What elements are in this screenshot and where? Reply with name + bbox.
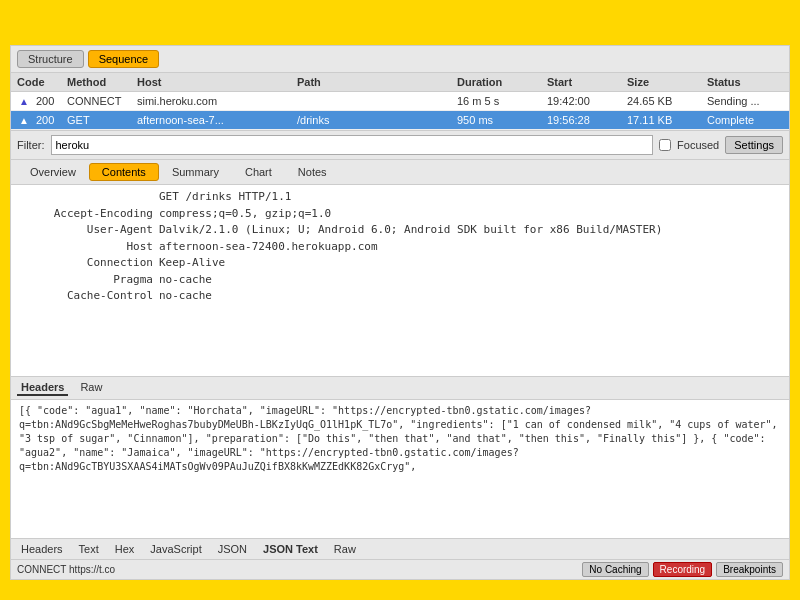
row1-size: 24.65 KB xyxy=(625,94,705,108)
row2-method: GET xyxy=(65,113,135,127)
structure-tab[interactable]: Structure xyxy=(17,50,84,68)
request-line: GET /drinks HTTP/1.1 xyxy=(19,189,781,206)
no-caching-button[interactable]: No Caching xyxy=(582,562,648,577)
col-status: Status xyxy=(705,75,785,89)
bottom-tab-raw[interactable]: Raw xyxy=(76,380,106,396)
json-content: [{ "code": "agua1", "name": "Horchata", … xyxy=(11,400,789,539)
col-start: Start xyxy=(545,75,625,89)
request-table: Code Method Host Path Duration Start Siz… xyxy=(11,73,789,131)
bottom-panel: Headers Raw [{ "code": "agua1", "name": … xyxy=(11,376,789,560)
breakpoints-button[interactable]: Breakpoints xyxy=(716,562,783,577)
row2-duration: 950 ms xyxy=(455,113,545,127)
tab-summary[interactable]: Summary xyxy=(159,163,232,181)
table-header: Code Method Host Path Duration Start Siz… xyxy=(11,73,789,92)
settings-button[interactable]: Settings xyxy=(725,136,783,154)
col-path: Path xyxy=(295,75,455,89)
col-code: Code xyxy=(15,75,65,89)
tab-chart[interactable]: Chart xyxy=(232,163,285,181)
bottom-tab-headers[interactable]: Headers xyxy=(17,380,68,396)
row1-code: ▲ 200 xyxy=(15,94,65,108)
row1-status: Sending ... xyxy=(705,94,785,108)
format-hex[interactable]: Hex xyxy=(111,542,139,556)
format-json[interactable]: JSON xyxy=(214,542,251,556)
row2-start: 19:56:28 xyxy=(545,113,625,127)
focused-label: Focused xyxy=(677,139,719,151)
row2-size: 17.11 KB xyxy=(625,113,705,127)
table-row[interactable]: ▲ 200 CONNECT simi.heroku.com 16 m 5 s 1… xyxy=(11,92,789,111)
row2-host: afternoon-sea-7... xyxy=(135,113,295,127)
format-raw[interactable]: Raw xyxy=(330,542,360,556)
col-duration: Duration xyxy=(455,75,545,89)
format-headers[interactable]: Headers xyxy=(17,542,67,556)
tab-contents[interactable]: Contents xyxy=(89,163,159,181)
row1-method: CONNECT xyxy=(65,94,135,108)
row2-path: /drinks xyxy=(295,113,455,127)
header-cache-control: Cache-Control no-cache xyxy=(19,288,781,305)
header-user-agent: User-Agent Dalvik/2.1.0 (Linux; U; Andro… xyxy=(19,222,781,239)
header-pragma: Pragma no-cache xyxy=(19,272,781,289)
format-tabs: Headers Text Hex JavaScript JSON JSON Te… xyxy=(11,538,789,559)
header-accept-encoding: Accept-Encoding compress;q=0.5, gzip;q=1… xyxy=(19,206,781,223)
bottom-panel-tabs: Headers Raw xyxy=(11,377,789,400)
table-row[interactable]: ▲ 200 GET afternoon-sea-7... /drinks 950… xyxy=(11,111,789,130)
row1-duration: 16 m 5 s xyxy=(455,94,545,108)
col-method: Method xyxy=(65,75,135,89)
status-right: No Caching Recording Breakpoints xyxy=(582,562,783,577)
format-text[interactable]: Text xyxy=(75,542,103,556)
format-json-text[interactable]: JSON Text xyxy=(259,542,322,556)
http-headers-area: GET /drinks HTTP/1.1 Accept-Encoding com… xyxy=(11,185,789,376)
col-host: Host xyxy=(135,75,295,89)
filter-label: Filter: xyxy=(17,139,45,151)
content-tabs: Overview Contents Summary Chart Notes xyxy=(11,160,789,185)
filter-input[interactable] xyxy=(51,135,654,155)
sequence-tab[interactable]: Sequence xyxy=(88,50,160,68)
col-size: Size xyxy=(625,75,705,89)
recording-button[interactable]: Recording xyxy=(653,562,713,577)
format-javascript[interactable]: JavaScript xyxy=(146,542,205,556)
row1-start: 19:42:00 xyxy=(545,94,625,108)
row2-status: Complete xyxy=(705,113,785,127)
toolbar: Structure Sequence xyxy=(11,46,789,73)
row1-path xyxy=(295,100,455,102)
header-host: Host afternoon-sea-72400.herokuapp.com xyxy=(19,239,781,256)
row1-host: simi.heroku.com xyxy=(135,94,295,108)
header-connection: Connection Keep-Alive xyxy=(19,255,781,272)
row2-code: ▲ 200 xyxy=(15,113,65,127)
tab-notes[interactable]: Notes xyxy=(285,163,340,181)
focused-checkbox[interactable] xyxy=(659,139,671,151)
status-bar: CONNECT https://t.co No Caching Recordin… xyxy=(11,559,789,579)
tab-overview[interactable]: Overview xyxy=(17,163,89,181)
request-line-val: GET /drinks HTTP/1.1 xyxy=(159,189,291,206)
status-text: CONNECT https://t.co xyxy=(17,564,115,575)
filter-bar: Filter: Focused Settings xyxy=(11,131,789,160)
